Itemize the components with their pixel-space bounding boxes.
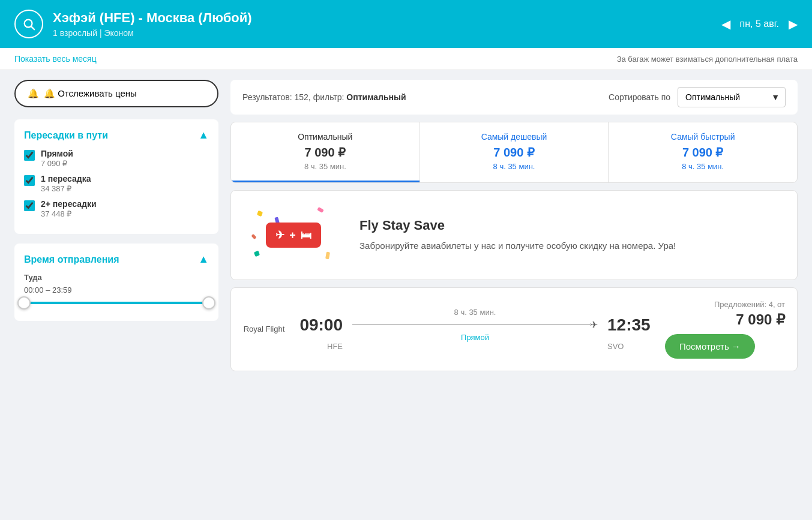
filter-label-2plus: 2+ пересадки 37 448 ₽ [41,199,97,218]
airline-name: Royal Flight [243,324,285,335]
departure-filter: Время отправления ▲ Туда 00:00 – 23:59 [14,244,218,321]
confetti-3 [317,207,324,213]
search-icon[interactable] [14,10,43,38]
flight-times: 09:00 8 ч. 35 мин. ✈ Прямой 12:35 HFE SV… [295,308,655,351]
route-title: Хэфэй (HFE) - Москва (Любой) [53,10,252,26]
view-button[interactable]: Посмотреть → [665,334,755,359]
track-prices-button[interactable]: 🔔 🔔 Отслеживать цены [14,80,218,107]
sort-select[interactable]: Оптимальный Самый дешёвый Самый быстрый [678,87,786,107]
sort-bar-right: Сортировать по Оптимальный Самый дешёвый… [609,87,786,107]
filter-label-direct: Прямой 7 090 ₽ [41,149,73,168]
tab-cheapest-label: Самый дешевый [430,132,599,142]
tab-fastest-time: 8 ч. 35 мин. [618,162,787,171]
depart-airport: HFE [295,342,343,351]
tab-fastest[interactable]: Самый быстрый 7 090 ₽ 8 ч. 35 мин. [609,122,797,182]
tab-optimal-time: 8 ч. 35 мин. [241,162,410,171]
filter-label-1stop: 1 пересадка 34 387 ₽ [41,174,91,193]
time-slider-right-thumb[interactable] [202,296,215,309]
offers-count: Предложений: 4, от [665,300,785,309]
baggage-notice: За багаж может взиматься дополнительная … [617,55,798,64]
sort-label: Сортировать по [609,92,670,102]
header-nav: ◀ пн, 5 авг. ▶ [721,17,798,31]
filter-checkbox-2plus[interactable] [24,200,35,211]
tab-cheapest-price: 7 090 ₽ [430,145,599,160]
plus-icon-badge: + [289,229,296,242]
time-slider-left-thumb[interactable] [17,296,31,309]
filter-item-direct: Прямой 7 090 ₽ [24,149,209,168]
header-title-block: Хэфэй (HFE) - Москва (Любой) 1 взрослый … [53,10,252,38]
price-tabs-card: Оптимальный 7 090 ₽ 8 ч. 35 мин. Самый д… [230,122,798,183]
filter-item-1stop: 1 пересадка 34 387 ₽ [24,174,209,193]
plane-icon: ✈ [590,319,598,330]
promo-text: Fly Stay Save Забронируйте авиабилеты у … [359,218,676,253]
price-tabs: Оптимальный 7 090 ₽ 8 ч. 35 мин. Самый д… [231,122,797,182]
svg-line-1 [31,26,34,29]
transfers-title: Пересадки в пути [24,130,108,141]
transfers-toggle-icon[interactable]: ▲ [198,129,209,142]
view-label: Посмотреть → [679,341,741,351]
flight-card: Royal Flight 09:00 8 ч. 35 мин. ✈ Прямой… [230,287,798,371]
departure-filter-header: Время отправления ▲ [24,253,209,266]
page-header: Хэфэй (HFE) - Москва (Любой) 1 взрослый … [0,0,812,48]
plane-icon-badge: ✈ [275,229,284,242]
promo-title: Fly Stay Save [359,218,676,233]
flight-line-left [352,324,590,325]
direct-label: Прямой [461,333,489,342]
flight-duration-col: 8 ч. 35 мин. ✈ Прямой [352,308,598,342]
duration-text: 8 ч. 35 мин. [454,308,496,317]
sidebar: 🔔 🔔 Отслеживать цены Пересадки в пути ▲ … [14,80,218,378]
sub-header: Показать весь месяц За багаж может взима… [0,48,812,70]
arrive-time: 12:35 [607,315,655,335]
results-area: Результатов: 152, фильтр: Оптимальный Со… [230,80,798,378]
passenger-class: 1 взрослый | Эконом [53,28,252,38]
tab-optimal-label: Оптимальный [241,132,410,142]
time-slider-fill [24,302,209,304]
confetti-1 [257,211,263,217]
show-month-link[interactable]: Показать весь месяц [14,54,97,64]
tab-optimal[interactable]: Оптимальный 7 090 ₽ 8 ч. 35 мин. [231,122,420,182]
bell-icon: 🔔 [28,88,39,99]
show-month-link-wrapper: Показать весь месяц [14,54,97,64]
next-date-arrow[interactable]: ▶ [789,17,798,31]
nav-date: пн, 5 авг. [740,19,779,29]
direction-label: Туда [24,273,209,282]
filter-checkbox-direct[interactable] [24,150,35,161]
sort-bar: Результатов: 152, фильтр: Оптимальный Со… [230,80,798,115]
confetti-6 [251,234,256,239]
promo-image: ✈ + 🛏 [245,205,341,265]
time-range: 00:00 – 23:59 [24,285,209,294]
depart-time: 09:00 [295,315,343,335]
departure-title: Время отправления [24,254,119,265]
airport-labels: HFE SVO [295,342,655,351]
track-prices-label: 🔔 Отслеживать цены [44,88,137,99]
bed-icon-badge: 🛏 [301,229,311,242]
flight-price-col: Предложений: 4, от 7 090 ₽ Посмотреть → [665,300,785,359]
promo-badge: ✈ + 🛏 [266,223,321,248]
departure-toggle-icon[interactable]: ▲ [198,253,209,266]
tab-cheapest-time: 8 ч. 35 мин. [430,162,599,171]
promo-card: ✈ + 🛏 Fly Stay Save Забронируйте авиабил… [230,190,798,280]
confetti-4 [254,251,260,257]
tab-fastest-label: Самый быстрый [618,132,787,142]
main-layout: 🔔 🔔 Отслеживать цены Пересадки в пути ▲ … [0,70,812,388]
confetti-5 [325,252,330,260]
time-slider-track [24,302,209,304]
arrive-airport: SVO [607,342,655,351]
filter-item-2plus: 2+ пересадки 37 448 ₽ [24,199,209,218]
prev-date-arrow[interactable]: ◀ [721,17,730,31]
header-left: Хэфэй (HFE) - Москва (Любой) 1 взрослый … [14,10,252,38]
tab-cheapest[interactable]: Самый дешевый 7 090 ₽ 8 ч. 35 мин. [420,122,609,182]
flight-time-row: 09:00 8 ч. 35 мин. ✈ Прямой 12:35 [295,308,655,342]
flight-line: ✈ [352,319,598,330]
transfers-filter-header: Пересадки в пути ▲ [24,129,209,142]
sort-select-wrapper: Оптимальный Самый дешёвый Самый быстрый … [678,87,786,107]
transfers-filter: Пересадки в пути ▲ Прямой 7 090 ₽ 1 пере… [14,119,218,234]
promo-description: Забронируйте авиабилеты у нас и получите… [359,239,676,253]
tab-optimal-price: 7 090 ₽ [241,145,410,160]
price-value: 7 090 ₽ [665,311,785,328]
results-count: Результатов: 152, фильтр: Оптимальный [242,92,406,102]
filter-checkbox-1stop[interactable] [24,175,35,186]
tab-fastest-price: 7 090 ₽ [618,145,787,160]
